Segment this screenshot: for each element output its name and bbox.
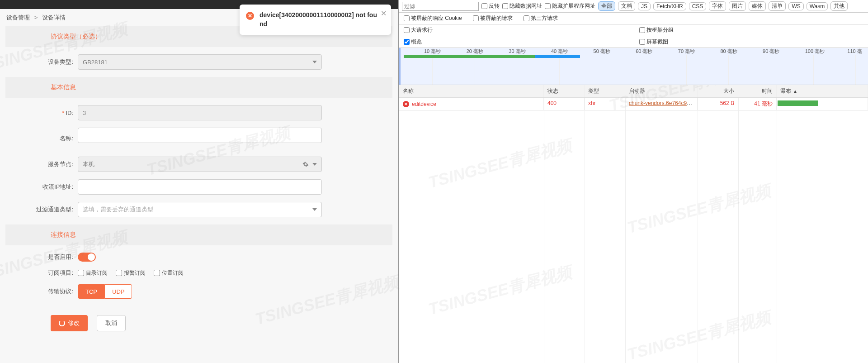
row-initiator[interactable]: chunk-vendors.6e764c9e.j… <box>629 100 698 106</box>
type-wasm[interactable]: Wasm <box>807 2 828 10</box>
label-service-node: 服务节点: <box>14 160 78 168</box>
watermark: TSINGSEE青犀视频 <box>625 180 773 239</box>
select-device-type-value: GB28181 <box>83 59 108 66</box>
network-table: 名称 状态 类型 启动器 大小 时间 瀑布▲ ✕editdevice 400 x… <box>399 85 868 363</box>
modify-button[interactable]: 修改 <box>51 315 88 331</box>
label-id: *ID: <box>14 110 78 116</box>
check-big-req[interactable]: 大请求行 <box>404 26 433 34</box>
row-waterfall <box>777 98 868 110</box>
timeline-tick: 60 毫秒 <box>636 48 652 55</box>
select-service-node[interactable]: 本机 <box>78 157 322 172</box>
check-group-frame[interactable]: 按框架分组 <box>639 26 674 34</box>
col-type[interactable]: 类型 <box>585 85 625 97</box>
loading-icon <box>59 320 65 326</box>
cancel-button[interactable]: 取消 <box>97 315 126 331</box>
type-doc[interactable]: 文档 <box>618 1 635 11</box>
check-blocked-req[interactable]: 被屏蔽的请求 <box>473 14 513 22</box>
row-time: 41 毫秒 <box>738 98 777 110</box>
sort-asc-icon: ▲ <box>793 89 797 94</box>
timeline-tick: 40 毫秒 <box>551 48 568 55</box>
filter-input[interactable] <box>402 2 479 11</box>
app-panel: 设备管理 > 设备详情 协议类型（必选） 设备类型: GB28181 基本信息 … <box>0 0 398 363</box>
type-all[interactable]: 全部 <box>598 1 615 11</box>
devtools-panel: 反转 隐藏数据网址 隐藏扩展程序网址 全部 文档 JS Fetch/XHR CS… <box>398 0 868 363</box>
select-service-node-value: 本机 <box>83 160 94 168</box>
type-font[interactable]: 字体 <box>709 1 726 11</box>
checkbox-alarm[interactable]: 报警订阅 <box>116 269 146 277</box>
section-basic: 基本信息 <box>5 77 392 98</box>
select-device-type[interactable]: GB28181 <box>78 54 322 70</box>
input-receive-ip[interactable] <box>78 179 322 195</box>
toast-message: device[34020000001110000002] not found <box>259 11 377 29</box>
watermark: TSINGSEE青犀视频 <box>426 134 574 194</box>
error-icon: ✕ <box>246 12 254 20</box>
type-ws[interactable]: WS <box>788 2 803 10</box>
toggle-enable[interactable] <box>78 253 96 262</box>
transport-udp[interactable]: UDP <box>105 284 132 299</box>
check-screenshot[interactable]: 屏幕截图 <box>639 38 668 46</box>
chevron-down-icon <box>312 208 317 211</box>
watermark: TSINGSEE青犀视频 <box>625 306 773 363</box>
label-receive-ip: 收流IP地址: <box>14 183 78 191</box>
row-status: 400 <box>544 98 585 110</box>
type-fetch[interactable]: Fetch/XHR <box>653 2 686 10</box>
timeline-overview[interactable]: 10 毫秒20 毫秒30 毫秒40 毫秒50 毫秒60 毫秒70 毫秒80 毫秒… <box>399 48 868 85</box>
timeline-tick: 100 毫秒 <box>805 48 825 55</box>
select-filter-placeholder: 选填，需要丢弃的通道类型 <box>83 205 153 214</box>
row-name: editdevice <box>412 101 436 107</box>
label-transport: 传输协议: <box>14 287 78 296</box>
row-type: xhr <box>585 98 625 110</box>
type-other[interactable]: 其他 <box>830 1 848 11</box>
chevron-down-icon <box>312 163 317 166</box>
check-hide-ext[interactable]: 隐藏扩展程序网址 <box>545 2 595 10</box>
row-size: 562 B <box>698 98 738 110</box>
type-css[interactable]: CSS <box>689 2 707 10</box>
select-filter-channel[interactable]: 选填，需要丢弃的通道类型 <box>78 202 322 217</box>
check-invert[interactable]: 反转 <box>481 2 500 10</box>
col-size[interactable]: 大小 <box>698 85 738 97</box>
label-subscribe: 订阅项目: <box>14 269 78 277</box>
transport-tcp[interactable]: TCP <box>78 284 105 299</box>
check-third-party[interactable]: 第三方请求 <box>524 14 558 22</box>
transport-group: TCP UDP <box>78 284 322 299</box>
check-overview[interactable]: 概览 <box>404 38 422 46</box>
chevron-down-icon <box>312 61 317 63</box>
error-icon: ✕ <box>403 101 409 107</box>
timeline-tick: 50 毫秒 <box>594 48 610 55</box>
table-row[interactable]: ✕editdevice 400 xhr chunk-vendors.6e764c… <box>399 98 868 110</box>
watermark: TSINGSEE青犀视频 <box>426 261 574 321</box>
input-id <box>78 105 322 120</box>
timeline-tick: 30 毫秒 <box>509 48 525 55</box>
col-time[interactable]: 时间 <box>738 85 777 97</box>
error-toast: ✕ device[34020000001110000002] not found… <box>240 5 391 35</box>
checkbox-catalog[interactable]: 目录订阅 <box>78 269 108 277</box>
label-filter-channel: 过滤通道类型: <box>14 205 78 214</box>
breadcrumb-a[interactable]: 设备管理 <box>6 14 30 21</box>
label-device-type: 设备类型: <box>14 58 78 66</box>
devtools-filterbar: 反转 隐藏数据网址 隐藏扩展程序网址 全部 文档 JS Fetch/XHR CS… <box>399 0 868 13</box>
col-initiator[interactable]: 启动器 <box>625 85 698 97</box>
type-manifest[interactable]: 清单 <box>769 1 786 11</box>
input-name[interactable] <box>78 128 322 143</box>
gear-icon[interactable] <box>302 161 309 167</box>
timeline-tick: 70 毫秒 <box>678 48 695 55</box>
section-connection: 连接信息 <box>5 224 392 245</box>
timeline-tick: 110 毫 <box>847 48 862 55</box>
type-img[interactable]: 图片 <box>729 1 746 11</box>
timeline-tick: 90 毫秒 <box>763 48 779 55</box>
breadcrumb-sep: > <box>34 14 38 21</box>
table-header: 名称 状态 类型 启动器 大小 时间 瀑布▲ <box>399 85 868 98</box>
check-hide-data[interactable]: 隐藏数据网址 <box>502 2 542 10</box>
col-status[interactable]: 状态 <box>544 85 585 97</box>
timeline-tick: 80 毫秒 <box>720 48 737 55</box>
type-media[interactable]: 媒体 <box>749 1 766 11</box>
timeline-tick: 10 毫秒 <box>424 48 441 55</box>
breadcrumb-b[interactable]: 设备详情 <box>42 14 66 21</box>
close-icon[interactable]: ✕ <box>381 9 387 18</box>
checkbox-position[interactable]: 位置订阅 <box>154 269 184 277</box>
col-waterfall[interactable]: 瀑布▲ <box>777 85 868 97</box>
col-name[interactable]: 名称 <box>399 85 544 97</box>
check-blocked-cookie[interactable]: 被屏蔽的响应 Cookie <box>404 14 462 22</box>
label-name: 名称: <box>14 134 78 143</box>
type-js[interactable]: JS <box>638 2 651 10</box>
